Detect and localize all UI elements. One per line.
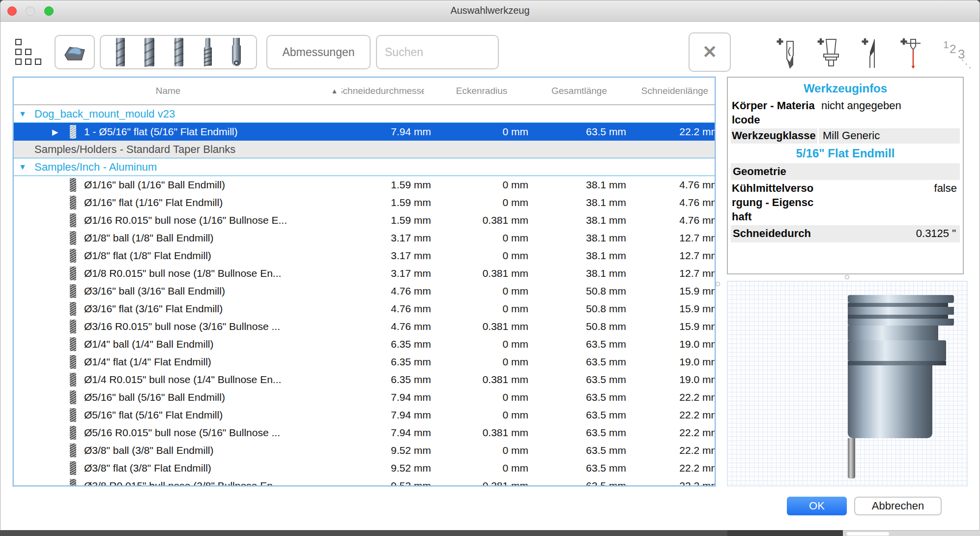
group-expander-icon[interactable]: ▼ (19, 163, 34, 172)
tool-value: 38.1 mm (530, 232, 628, 244)
group-row[interactable]: Samples/Holders - Standard Taper Blanks (14, 141, 716, 158)
endmill-type-filter-button[interactable] (100, 35, 257, 69)
tool-name: Ø5/16 R0.015" bull nose (5/16" Bullnose … (84, 427, 280, 439)
tool-row[interactable]: Ø3/8 R0.015" bull nose (3/8" Bullnose En… (14, 477, 716, 486)
tool-value: 38.1 mm (530, 214, 628, 226)
tool-name: Ø1/4" flat (1/4" Flat Endmill) (84, 356, 211, 368)
tool-value: 22.2 mm (628, 462, 716, 474)
ball-endmill-icon (229, 37, 244, 67)
tool-row[interactable]: Ø5/16" ball (5/16" Ball Endmill)7.94 mm0… (14, 388, 716, 406)
info-value (952, 164, 957, 179)
column-header-schneidedurchmesser[interactable]: ▲Schneidedurchmesser (322, 86, 433, 96)
tool-value: 0 mm (433, 126, 530, 138)
clear-filter-button[interactable]: ✕ (689, 32, 731, 72)
info-row: Körper - Materialcodenicht angegeben (731, 98, 960, 127)
tool-row[interactable]: Ø1/4" flat (1/4" Flat Endmill)6.35 mm0 m… (14, 353, 716, 371)
dimensions-button[interactable]: Abmessungen (266, 35, 371, 69)
tool-row[interactable]: Ø1/8" flat (1/8" Flat Endmill)3.17 mm0 m… (14, 247, 716, 265)
info-row: WerkzeugklasseMill Generic (731, 128, 960, 144)
group-expander-icon[interactable]: ▼ (19, 110, 34, 119)
tool-row[interactable]: Ø3/16 R0.015" bull nose (3/16" Bullnose … (14, 318, 716, 335)
tool-name: Ø1/16" flat (1/16" Flat Endmill) (84, 197, 223, 208)
tool-value: 63.5 mm (530, 391, 628, 403)
add-probe-button[interactable] (900, 37, 923, 70)
endmill-icon (70, 125, 76, 139)
search-input[interactable] (384, 45, 489, 60)
tool-preview-viewport[interactable] (727, 281, 968, 486)
tool-value: 12.7 mm (628, 250, 716, 262)
flat-endmill-icon-2 (142, 37, 157, 67)
tool-row[interactable]: ▶1 - Ø5/16" flat (5/16" Flat Endmill)7.9… (14, 123, 716, 141)
pane-resize-handle[interactable] (716, 282, 720, 286)
column-header-eckenradius[interactable]: Eckenradius (433, 86, 530, 96)
tool-value: 63.5 mm (530, 480, 628, 486)
tool-value: 0 mm (433, 391, 530, 403)
tool-name: Ø1/8" flat (1/8" Flat Endmill) (84, 250, 211, 262)
tool-value: 0.381 mm (433, 374, 530, 386)
tool-row[interactable]: Ø3/8" ball (3/8" Ball Endmill)9.52 mm0 m… (14, 442, 716, 459)
tool-name: Ø1/4" ball (1/4" Ball Endmill) (84, 338, 214, 350)
group-label: Samples/Holders - Standard Taper Blanks (34, 143, 235, 156)
info-panel-subtitle: 5/16" Flat Endmill (731, 145, 960, 163)
tool-row[interactable]: Ø3/16" flat (3/16" Flat Endmill)4.76 mm0… (14, 300, 716, 318)
group-row[interactable]: ▼Samples/Inch - Aluminum (14, 158, 716, 176)
renumber-digit: 2 (950, 42, 956, 56)
endmill-icon (70, 426, 76, 440)
column-header-gesamtlänge[interactable]: Gesamtlänge (530, 86, 628, 96)
tool-value: 22.2 mm (628, 427, 716, 439)
add-holder-button[interactable] (817, 37, 842, 70)
add-mill-tool-button[interactable] (776, 37, 798, 70)
renumber-tools-button[interactable]: 1 2 3 ⋱ (942, 38, 973, 69)
tool-row[interactable]: Ø3/16" ball (3/16" Ball Endmill)4.76 mm0… (14, 282, 716, 300)
endmill-icon (70, 444, 76, 457)
tool-value: 1.59 mm (322, 197, 433, 208)
tool-value: 0.381 mm (433, 321, 530, 332)
tool-row[interactable]: Ø1/16" flat (1/16" Flat Endmill)1.59 mm0… (14, 194, 716, 211)
tool-select-dialog: Auswahlwerkzeug (0, 0, 980, 536)
tool-row[interactable]: Ø5/16" flat (5/16" Flat Endmill)7.94 mm0… (14, 406, 716, 424)
milling-tools-filter-button[interactable] (55, 35, 95, 69)
tool-value: 63.5 mm (530, 356, 628, 368)
dialog-window: Auswahlwerkzeug (0, 0, 980, 531)
tool-row[interactable]: Ø1/16" ball (1/16" Ball Endmill)1.59 mm0… (14, 176, 716, 194)
tool-row[interactable]: Ø1/4 R0.015" bull nose (1/4" Bullnose En… (14, 371, 716, 388)
window-title: Auswahlwerkzeug (0, 5, 980, 16)
info-value: Mill Generic (819, 128, 960, 144)
add-turning-tool-button[interactable] (861, 37, 881, 70)
info-label: Kühlmittelversorgung - Eigenschaft (731, 181, 817, 224)
column-header-schneidenlänge[interactable]: Schneidenlänge (628, 86, 716, 96)
tool-value: 6.35 mm (322, 338, 433, 350)
title-bar[interactable]: Auswahlwerkzeug (0, 0, 980, 22)
tool-value: 9.52 mm (322, 445, 433, 456)
endmill-icon (70, 284, 76, 298)
tool-row[interactable]: Ø1/8" ball (1/8" Ball Endmill)3.17 mm0 m… (14, 229, 716, 247)
library-structure-icon[interactable] (15, 39, 47, 69)
cancel-button[interactable]: Abbrechen (854, 497, 942, 515)
endmill-icon (70, 213, 76, 227)
tool-value: 0.381 mm (433, 480, 530, 486)
tool-row[interactable]: Ø1/16 R0.015" bull nose (1/16" Bullnose … (14, 211, 716, 229)
tool-row[interactable]: Ø1/4" ball (1/4" Ball Endmill)6.35 mm0 m… (14, 335, 716, 353)
search-field[interactable] (376, 35, 499, 69)
tool-row[interactable]: Ø5/16 R0.015" bull nose (5/16" Bullnose … (14, 424, 716, 442)
tool-value: 63.5 mm (530, 338, 628, 350)
tool-value: 38.1 mm (530, 179, 628, 191)
tool-value: 12.7 mm (628, 232, 716, 244)
tool-value: 19.0 mm (628, 356, 716, 368)
tool-name: Ø5/16" flat (5/16" Flat Endmill) (84, 409, 223, 421)
sort-ascending-icon: ▲ (331, 87, 338, 95)
tool-row[interactable]: Ø3/8" flat (3/8" Flat Endmill)9.52 mm0 m… (14, 459, 716, 477)
pane-resize-handle[interactable] (845, 275, 849, 279)
tool-expander-icon[interactable]: ▶ (52, 127, 70, 137)
column-header-name[interactable]: Name (14, 86, 322, 96)
tool-value: 4.76 mm (628, 179, 716, 191)
tool-value: 50.8 mm (530, 321, 628, 332)
table-body: ▼Dog_back_mount_mould v23▶1 - Ø5/16" fla… (14, 105, 716, 486)
tool-value: 7.94 mm (322, 391, 433, 403)
tool-value: 0 mm (433, 356, 530, 368)
background-segment (727, 530, 843, 536)
tool-row[interactable]: Ø1/8 R0.015" bull nose (1/8" Bullnose En… (14, 265, 716, 282)
group-row[interactable]: ▼Dog_back_mount_mould v23 (14, 105, 716, 123)
tool-create-actions: 1 2 3 ⋱ (776, 33, 973, 74)
ok-button[interactable]: OK (787, 497, 847, 515)
